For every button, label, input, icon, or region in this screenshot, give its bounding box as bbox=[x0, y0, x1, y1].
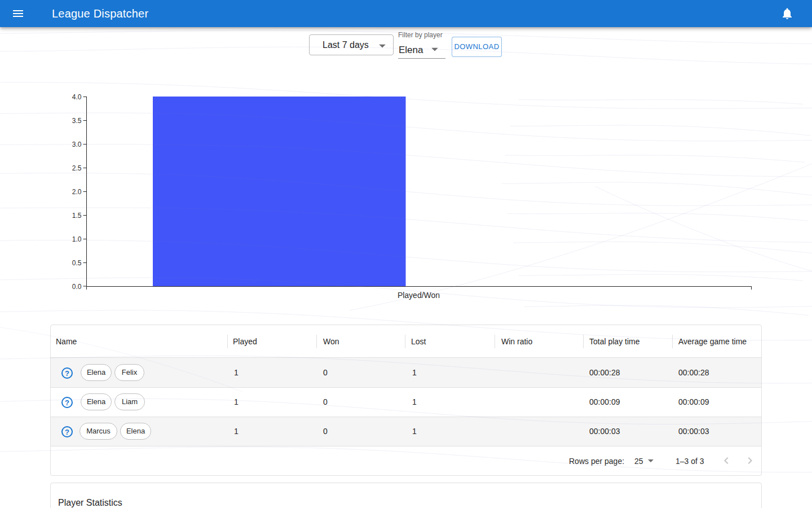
svg-text:4.0: 4.0 bbox=[72, 93, 82, 101]
svg-text:?: ? bbox=[65, 398, 69, 407]
svg-text:2.0: 2.0 bbox=[72, 188, 82, 196]
svg-text:0.5: 0.5 bbox=[72, 259, 82, 267]
svg-text:Played/Won: Played/Won bbox=[398, 291, 440, 300]
svg-text:2.5: 2.5 bbox=[72, 164, 82, 172]
svg-text:1.0: 1.0 bbox=[72, 235, 82, 243]
svg-text:?: ? bbox=[65, 428, 69, 436]
svg-text:3.5: 3.5 bbox=[72, 117, 82, 125]
svg-text:?: ? bbox=[65, 369, 69, 378]
svg-text:0.0: 0.0 bbox=[72, 283, 82, 291]
svg-text:1.5: 1.5 bbox=[72, 212, 82, 220]
svg-text:3.0: 3.0 bbox=[72, 141, 82, 148]
